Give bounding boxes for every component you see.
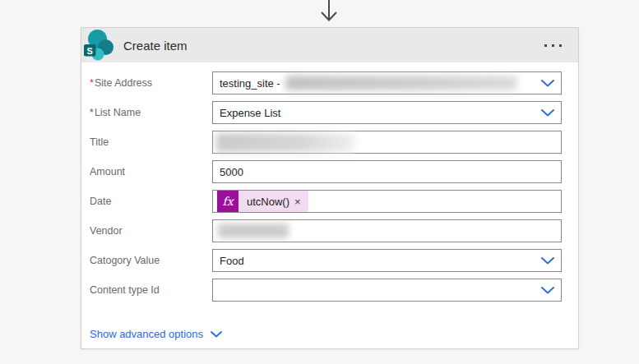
field-value: Food <box>220 255 244 267</box>
field-row-amount: Amount 5000 <box>90 160 562 183</box>
field-label-text: Site Address <box>95 77 152 89</box>
expression-text: utcNow() <box>238 196 294 208</box>
field-value: testing_site - <box>220 77 280 90</box>
chevron-down-icon <box>535 109 554 117</box>
field-label-text: Catogory Value <box>90 255 160 266</box>
show-advanced-options-link[interactable]: Show advanced options <box>90 328 222 340</box>
title-input[interactable] <box>212 131 562 154</box>
field-row-category-value: Catogory Value Food <box>90 249 562 272</box>
field-value: 5000 <box>220 166 243 178</box>
field-label-text: Amount <box>90 166 125 177</box>
vendor-input[interactable] <box>212 219 562 242</box>
flow-connector-arrow <box>317 0 340 23</box>
field-row-vendor: Vendor <box>90 219 562 242</box>
site-address-dropdown[interactable]: testing_site - <box>212 71 562 94</box>
field-label: Vendor <box>90 225 212 237</box>
action-card-header[interactable]: S Create item <box>81 28 578 62</box>
field-label-text: List Name <box>95 107 141 118</box>
required-marker: * <box>90 77 94 89</box>
svg-text:S: S <box>87 46 93 56</box>
field-row-title: Title <box>90 131 562 154</box>
more-actions-menu[interactable] <box>543 39 563 52</box>
field-label: Title <box>90 136 212 148</box>
field-value: Expense List <box>220 107 280 119</box>
action-title: Create item <box>123 39 188 53</box>
ellipsis-dot <box>552 44 554 47</box>
amount-input[interactable]: 5000 <box>212 160 562 183</box>
field-label: Catogory Value <box>90 255 212 266</box>
chevron-down-icon <box>211 331 222 338</box>
ellipsis-dot <box>544 44 547 47</box>
field-label-text: Vendor <box>90 225 123 237</box>
action-card-body: *Site Address testing_site - *List Name … <box>81 62 578 341</box>
sharepoint-icon: S <box>82 29 115 62</box>
field-label: Date <box>90 196 212 207</box>
field-label-text: Content type Id <box>90 284 160 296</box>
remove-token-icon[interactable]: × <box>294 196 308 207</box>
content-type-id-dropdown[interactable] <box>212 279 562 302</box>
field-row-content-type-id: Content type Id <box>90 279 562 302</box>
redacted-value <box>285 76 517 90</box>
show-advanced-options-label: Show advanced options <box>90 328 203 340</box>
field-label-text: Title <box>90 136 109 148</box>
field-row-site-address: *Site Address testing_site - <box>90 71 562 94</box>
field-label: Content type Id <box>90 284 212 296</box>
list-name-dropdown[interactable]: Expense List <box>212 101 562 124</box>
flow-designer-canvas: S Create item *Site Address testing_site… <box>0 0 639 364</box>
date-input[interactable]: fx utcNow() × <box>212 190 562 213</box>
field-label-text: Date <box>90 196 111 207</box>
required-marker: * <box>90 107 94 118</box>
chevron-down-icon <box>535 257 554 265</box>
chevron-down-icon <box>535 287 554 294</box>
redacted-value <box>216 133 354 152</box>
category-value-dropdown[interactable]: Food <box>212 249 562 272</box>
ellipsis-dot <box>559 44 562 47</box>
fx-expression-icon: fx <box>217 191 238 212</box>
field-label: *Site Address <box>90 77 212 89</box>
expression-token[interactable]: fx utcNow() × <box>217 191 308 212</box>
field-row-date: Date fx utcNow() × <box>90 190 562 213</box>
field-row-list-name: *List Name Expense List <box>90 101 562 124</box>
chevron-down-icon <box>535 80 554 87</box>
field-label: Amount <box>90 166 212 177</box>
field-label: *List Name <box>90 107 212 118</box>
redacted-value <box>218 223 289 238</box>
create-item-action-card: S Create item *Site Address testing_site… <box>81 27 579 349</box>
